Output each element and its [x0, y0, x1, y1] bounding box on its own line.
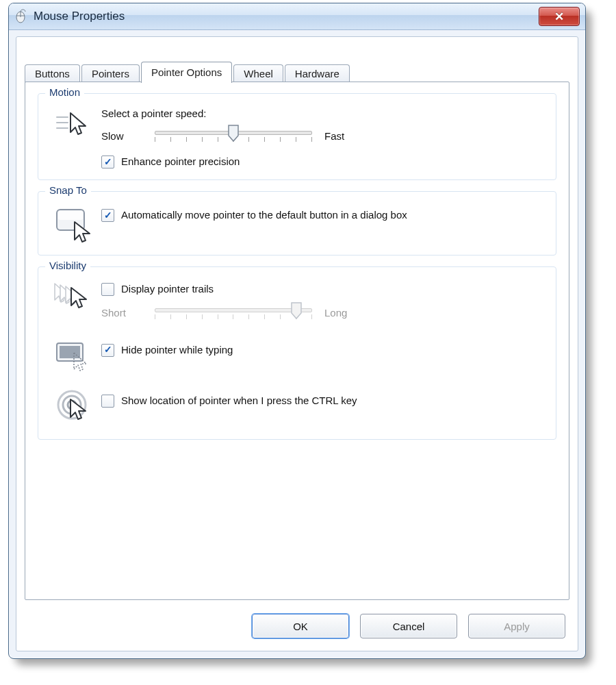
- tab-strip: Buttons Pointers Pointer Options Wheel H…: [16, 37, 578, 82]
- tab-pointer-options[interactable]: Pointer Options: [141, 62, 232, 83]
- ok-button-label: OK: [293, 621, 308, 632]
- apply-button: Apply: [468, 614, 565, 638]
- close-button[interactable]: ✕: [539, 7, 580, 26]
- pointer-trails-checkbox[interactable]: [101, 283, 114, 296]
- svg-rect-5: [58, 211, 83, 220]
- pointer-trails-label: Display pointer trails: [121, 282, 214, 296]
- slider-thumb-icon[interactable]: [227, 125, 240, 141]
- tab-hardware[interactable]: Hardware: [285, 64, 350, 83]
- ctrl-locate-checkbox[interactable]: [101, 395, 114, 408]
- tab-buttons[interactable]: Buttons: [25, 64, 80, 83]
- snap-to-label: Automatically move pointer to the defaul…: [121, 208, 407, 222]
- trails-short-label: Short: [101, 307, 142, 319]
- pointer-trails-slider: [155, 302, 312, 324]
- dialog-window: Mouse Properties ✕ Buttons Pointers Poin…: [8, 3, 586, 659]
- enhance-precision-checkbox[interactable]: [101, 155, 114, 169]
- speed-slow-label: Slow: [101, 130, 142, 142]
- group-snap-legend: Snap To: [45, 184, 91, 196]
- enhance-precision-label: Enhance pointer precision: [121, 155, 240, 169]
- hide-while-typing-checkbox[interactable]: [101, 344, 114, 357]
- group-motion: Motion Select a pointer: [38, 93, 556, 180]
- group-visibility: Visibility: [38, 266, 556, 439]
- hide-while-typing-label: Hide pointer while typing: [121, 343, 233, 357]
- pointer-speed-slider[interactable]: [155, 125, 312, 147]
- cancel-button[interactable]: Cancel: [360, 614, 457, 638]
- apply-button-label: Apply: [504, 621, 530, 632]
- window-title: Mouse Properties: [34, 10, 125, 23]
- client-area: Buttons Pointers Pointer Options Wheel H…: [16, 36, 578, 651]
- tab-wheel[interactable]: Wheel: [233, 64, 283, 83]
- pointer-speed-label: Select a pointer speed:: [101, 108, 546, 119]
- hide-while-typing-icon: [48, 339, 101, 372]
- close-icon: ✕: [554, 11, 564, 23]
- cancel-button-label: Cancel: [393, 621, 425, 632]
- mouse-icon: [13, 9, 28, 24]
- motion-cursor-icon: [48, 108, 101, 139]
- tab-pointers[interactable]: Pointers: [81, 64, 140, 83]
- title-bar: Mouse Properties ✕: [9, 3, 585, 30]
- group-motion-legend: Motion: [45, 86, 84, 98]
- svg-rect-7: [60, 346, 80, 358]
- snap-to-checkbox[interactable]: [101, 209, 114, 222]
- speed-fast-label: Fast: [324, 130, 365, 142]
- snap-to-icon: [48, 206, 101, 244]
- ctrl-locate-label: Show location of pointer when I press th…: [121, 394, 357, 408]
- group-snap-to: Snap To Automatically move pointer to th…: [38, 191, 556, 256]
- ctrl-locate-icon: [48, 387, 101, 424]
- dialog-button-bar: OK Cancel Apply: [252, 614, 565, 638]
- trails-long-label: Long: [324, 307, 365, 319]
- ok-button[interactable]: OK: [252, 614, 349, 638]
- pointer-trails-icon: [48, 281, 101, 315]
- slider-thumb-icon: [290, 302, 303, 319]
- tab-panel-pointer-options: Motion Select a pointer: [25, 82, 569, 600]
- group-visibility-legend: Visibility: [45, 260, 90, 271]
